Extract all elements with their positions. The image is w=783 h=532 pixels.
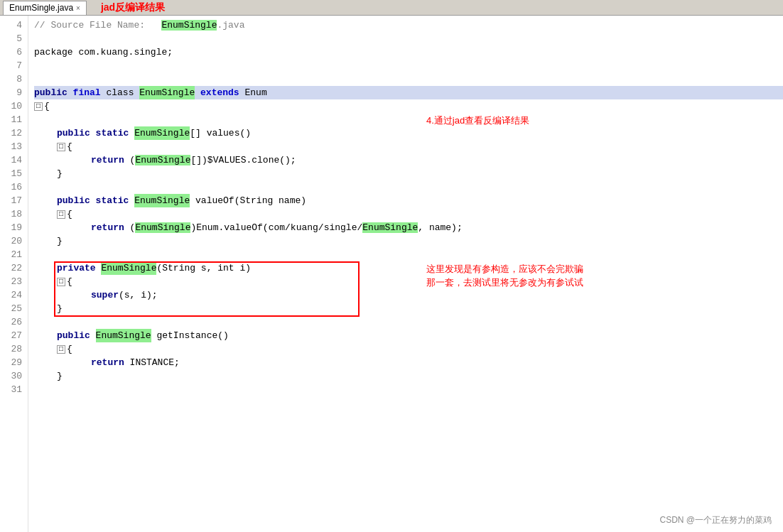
line9-enum: Enum <box>244 86 266 99</box>
tab-bar: EnumSingle.java × jad反编译结果 <box>0 0 783 16</box>
line17-public: public <box>57 194 96 207</box>
line12-public: public <box>57 126 96 140</box>
code-line-25: } <box>34 302 783 315</box>
code-editor: 4 5 6 7 8 9 10 11 12 13 14 15 16 17 18 1… <box>0 16 783 532</box>
line-num-20: 20 <box>6 234 22 248</box>
line9-extends: extends <box>200 86 244 99</box>
line9-final: final <box>73 86 107 99</box>
line-num-15: 15 <box>6 167 22 180</box>
line-num-30: 30 <box>6 369 22 383</box>
line12-static: static <box>96 126 135 140</box>
line-num-28: 28 <box>6 342 22 356</box>
code-line-17: public static EnumSingle valueOf(String … <box>34 194 783 207</box>
line27-type: EnumSingle <box>96 329 151 342</box>
code-line-28: □{ <box>34 342 783 356</box>
line-num-18: 18 <box>6 207 22 221</box>
line-num-11: 11 <box>6 113 22 126</box>
code-line-23: □{ <box>34 275 783 288</box>
code-line-21 <box>34 248 783 261</box>
code-line-6: package com.kuang.single; <box>34 45 783 59</box>
code-line-31 <box>34 383 783 396</box>
code-line-20: } <box>34 234 783 248</box>
code-line-26 <box>34 315 783 329</box>
line14-return: return <box>91 153 130 167</box>
line-num-25: 25 <box>6 302 22 315</box>
line9-classname: EnumSingle <box>139 86 195 99</box>
code-line-7 <box>34 59 783 72</box>
line24-super: super <box>91 288 119 302</box>
line-num-14: 14 <box>6 153 22 167</box>
line17-static: static <box>96 194 135 207</box>
file-tab-name: EnumSingle.java <box>9 3 73 13</box>
line-num-17: 17 <box>6 194 22 207</box>
line-num-21: 21 <box>6 248 22 261</box>
line-num-19: 19 <box>6 221 22 234</box>
line22-private: private <box>57 261 101 275</box>
line9-class: class <box>106 86 139 99</box>
code-line-8 <box>34 72 783 86</box>
code-line-19: return (EnumSingle)Enum.valueOf(com/kuan… <box>34 221 783 234</box>
code-line-10: □{ <box>34 99 783 113</box>
line9-public: public <box>34 86 73 99</box>
line-num-12: 12 <box>6 126 22 140</box>
code-line-18: □{ <box>34 207 783 221</box>
collapse-icon-28[interactable]: □ <box>57 345 65 354</box>
line4-text: // Source File Name: EnumSingle.java <box>34 18 244 32</box>
code-line-15: } <box>34 167 783 180</box>
line19-return: return <box>91 221 130 234</box>
code-line-4: // Source File Name: EnumSingle.java <box>34 18 783 32</box>
jad-title: jad反编译结果 <box>101 1 165 14</box>
collapse-icon-10[interactable]: □ <box>34 102 43 111</box>
code-line-9: public final class EnumSingle extends En… <box>34 86 783 99</box>
line17-type: EnumSingle <box>134 194 190 207</box>
line-num-26: 26 <box>6 315 22 329</box>
line22-name: EnumSingle <box>101 261 156 275</box>
code-line-11 <box>34 113 783 126</box>
line-numbers: 4 5 6 7 8 9 10 11 12 13 14 15 16 17 18 1… <box>0 16 28 532</box>
code-line-27: public EnumSingle getInstance() <box>34 329 783 342</box>
code-line-24: super(s, i); <box>34 288 783 302</box>
line-num-7: 7 <box>6 59 22 72</box>
line-num-29: 29 <box>6 356 22 369</box>
collapse-icon-13[interactable]: □ <box>57 143 65 151</box>
code-line-16 <box>34 180 783 194</box>
file-tab[interactable]: EnumSingle.java × <box>3 1 87 15</box>
line-num-6: 6 <box>6 45 22 59</box>
line-num-24: 24 <box>6 288 22 302</box>
line-num-16: 16 <box>6 180 22 194</box>
line-num-9: 9 <box>6 86 22 99</box>
code-line-30: } <box>34 369 783 383</box>
close-icon[interactable]: × <box>76 4 80 12</box>
line-num-27: 27 <box>6 329 22 342</box>
line-num-23: 23 <box>6 275 22 288</box>
code-line-12: public static EnumSingle[] values() <box>34 126 783 140</box>
line-num-10: 10 <box>6 99 22 113</box>
line-num-5: 5 <box>6 32 22 45</box>
line9-space <box>195 86 200 99</box>
code-line-29: return INSTANCE; <box>34 356 783 369</box>
line-num-31: 31 <box>6 383 22 396</box>
code-content: // Source File Name: EnumSingle.java pac… <box>28 16 783 532</box>
line-num-22: 22 <box>6 261 22 275</box>
line27-public: public <box>57 329 96 342</box>
line-num-8: 8 <box>6 72 22 86</box>
code-line-22: private EnumSingle(String s, int i) <box>34 261 783 275</box>
line-num-4: 4 <box>6 18 22 32</box>
code-line-13: □{ <box>34 140 783 153</box>
code-line-5 <box>34 32 783 45</box>
watermark: CSDN @一个正在努力的菜鸡 <box>659 514 772 526</box>
line12-type: EnumSingle <box>134 126 190 140</box>
collapse-icon-23[interactable]: □ <box>57 278 65 286</box>
line6-text: package com.kuang.single; <box>34 45 173 59</box>
code-line-14: return (EnumSingle[])$VALUES.clone(); <box>34 153 783 167</box>
line29-return: return <box>91 356 130 369</box>
collapse-icon-18[interactable]: □ <box>57 210 65 219</box>
line-num-13: 13 <box>6 140 22 153</box>
